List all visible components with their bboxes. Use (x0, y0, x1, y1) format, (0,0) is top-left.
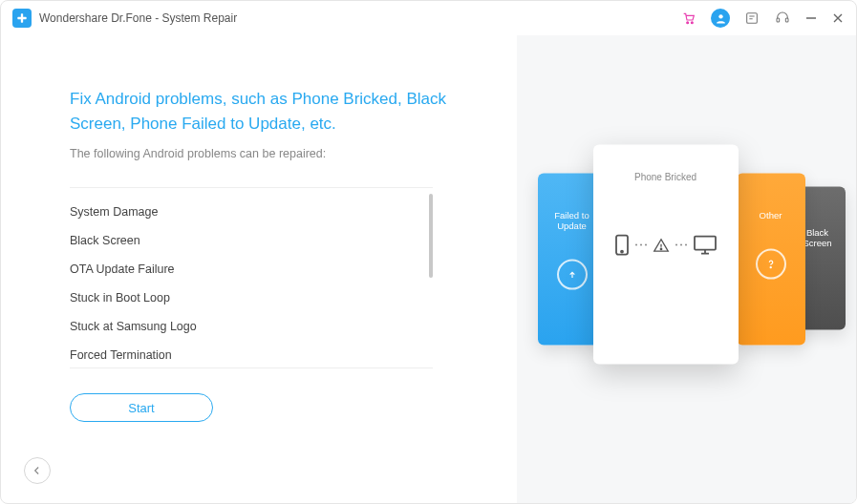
svg-point-4 (718, 14, 722, 18)
minimize-button[interactable] (804, 11, 818, 25)
titlebar: Wondershare Dr.Fone - System Repair (1, 1, 856, 35)
feedback-icon[interactable] (743, 10, 761, 27)
svg-rect-6 (777, 18, 780, 22)
phone-icon (614, 234, 630, 257)
titlebar-right (680, 9, 845, 28)
monitor-icon (693, 235, 718, 256)
dots-icon (675, 244, 687, 246)
question-icon (756, 249, 786, 280)
list-item: Black Screen (70, 226, 423, 255)
problem-list[interactable]: System Damage Black Screen OTA Update Fa… (70, 188, 423, 368)
dots-icon (635, 244, 647, 246)
upload-icon (557, 260, 588, 290)
list-item: Stuck in Boot Loop (70, 284, 423, 312)
bricked-diagram (614, 234, 718, 257)
app-logo-icon (12, 9, 32, 28)
subline: The following Android problems can be re… (70, 147, 517, 160)
headline: Fix Android problems, such as Phone Bric… (70, 87, 452, 136)
left-pane: Fix Android problems, such as Phone Bric… (1, 35, 517, 503)
account-avatar-icon[interactable] (711, 9, 730, 28)
cart-icon[interactable] (680, 10, 697, 27)
problem-list-container: System Damage Black Screen OTA Update Fa… (70, 187, 433, 368)
card-other: Other (737, 174, 805, 346)
svg-rect-1 (17, 17, 26, 19)
list-item: Stuck at Samsung Logo (70, 312, 423, 341)
app-title: Wondershare Dr.Fone - System Repair (39, 11, 237, 25)
card-phone-bricked: Phone Bricked (593, 145, 739, 365)
app-window: Wondershare Dr.Fone - System Repair (0, 0, 857, 504)
scrollbar-thumb[interactable] (429, 194, 433, 278)
list-item: Forced Termination (70, 341, 423, 368)
svg-point-8 (770, 267, 771, 268)
svg-rect-12 (695, 237, 716, 250)
svg-rect-7 (785, 18, 788, 22)
svg-point-10 (621, 251, 623, 253)
back-button[interactable] (24, 457, 51, 484)
illustration-stage: Black Screen Other Failed to Update (534, 136, 840, 384)
svg-rect-5 (747, 13, 758, 24)
list-item: OTA Update Failure (70, 255, 423, 284)
support-icon[interactable] (774, 10, 791, 27)
svg-point-11 (660, 248, 661, 249)
right-pane: Black Screen Other Failed to Update (517, 35, 856, 503)
titlebar-left: Wondershare Dr.Fone - System Repair (12, 9, 237, 28)
warning-icon (653, 238, 670, 253)
card-label: Other (737, 210, 805, 220)
start-button[interactable]: Start (70, 393, 213, 422)
card-label: Phone Bricked (634, 172, 696, 182)
start-button-label: Start (128, 401, 154, 415)
svg-point-3 (691, 22, 693, 24)
list-item: System Damage (70, 198, 423, 226)
svg-point-2 (687, 22, 689, 24)
content-body: Fix Android problems, such as Phone Bric… (1, 35, 856, 503)
close-button[interactable] (831, 11, 845, 25)
